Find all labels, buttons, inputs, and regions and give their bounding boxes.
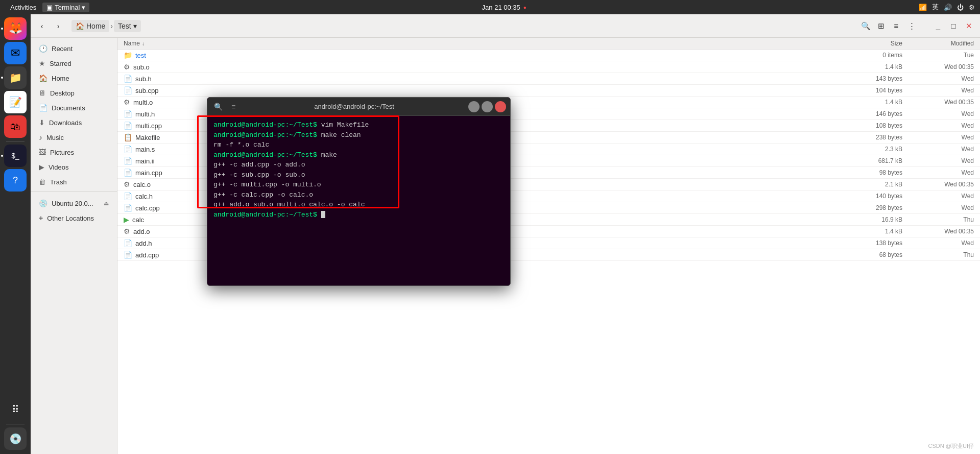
forward-button[interactable]: › [51, 19, 65, 33]
sidebar-item-trash[interactable]: 🗑 Trash [33, 175, 115, 189]
view-list-button[interactable]: ≡ [889, 19, 903, 33]
file-type-icon: 📄 [124, 192, 132, 200]
dock-icon-libreoffice[interactable]: 📝 [4, 91, 27, 113]
dock-icon-files[interactable]: 📁 [4, 66, 27, 89]
sidebar-label-documents: Documents [52, 104, 85, 112]
output-text: g++ -c sub.cpp -o sub.o [213, 171, 305, 179]
sidebar-item-desktop[interactable]: 🖥 Desktop [33, 86, 115, 100]
activities-button[interactable]: Activities [4, 4, 42, 11]
power-icon[interactable]: ⏻ [957, 4, 964, 11]
col-name-header[interactable]: Name ↓ [124, 40, 851, 47]
file-type-icon: 📄 [124, 169, 132, 177]
sidebar-item-videos[interactable]: ▶ Videos [33, 160, 115, 174]
file-modified: Wed [902, 240, 974, 247]
sort-arrow: ↓ [142, 41, 145, 46]
dock-icon-firefox[interactable]: 🦊 [4, 17, 27, 40]
file-type-icon: 📄 [124, 75, 132, 83]
table-row[interactable]: ⚙ sub.o 1.4 kB Wed 00:35 [117, 61, 980, 73]
sidebar-label-recent: Recent [52, 45, 73, 53]
file-size: 298 bytes [851, 204, 902, 211]
file-modified: Wed [902, 157, 974, 164]
col-size-header[interactable]: Size [851, 40, 902, 47]
sidebar-item-home[interactable]: 🏠 Home [33, 71, 115, 85]
file-type-icon: 📄 [124, 122, 132, 130]
trash-icon: 🗑 [39, 178, 46, 186]
terminal-line: android@android-pc:~/Test$ [213, 210, 504, 220]
sidebar-label-ubuntu: Ubuntu 20.0... [52, 200, 93, 207]
file-size: 140 bytes [851, 193, 902, 200]
file-name: ⚙ sub.o [124, 63, 851, 71]
file-label: calc.cpp [135, 204, 160, 212]
breadcrumb-home[interactable]: 🏠 Home [71, 20, 109, 32]
file-name: 📁 test [124, 51, 851, 59]
firefox-icon: 🦊 [9, 22, 22, 35]
search-button[interactable]: 🔍 [858, 19, 873, 33]
breadcrumb-home-label: Home [86, 22, 105, 30]
more-button[interactable]: ⋮ [904, 19, 919, 33]
table-row[interactable]: 📄 sub.cpp 104 bytes Wed [117, 85, 980, 97]
fl-header: Name ↓ Size Modified [117, 38, 980, 50]
col-modified-header[interactable]: Modified [902, 40, 974, 47]
sidebar-item-music[interactable]: ♪ Music [33, 130, 115, 145]
ubuntu-eject-icon[interactable]: ⏏ [104, 200, 109, 207]
file-type-icon: 📄 [124, 110, 132, 118]
file-type-icon: 📄 [124, 157, 132, 165]
sidebar-item-starred[interactable]: ★ Starred [33, 56, 115, 70]
file-size: 104 bytes [851, 87, 902, 94]
table-row[interactable]: 📁 test 0 items Tue [117, 50, 980, 61]
dock-icon-apps[interactable]: ⠿ [4, 398, 27, 421]
breadcrumb-folder[interactable]: Test ▾ [114, 20, 141, 32]
breadcrumb: 🏠 Home › Test ▾ [71, 20, 141, 32]
terminal-menu-button[interactable]: ≡ [227, 100, 240, 113]
dock-icon-appstore[interactable]: 🛍 [4, 115, 27, 138]
file-size: 16.9 kB [851, 216, 902, 223]
terminal-tab-arrow[interactable]: ▾ [82, 4, 85, 11]
terminal-close-button[interactable] [495, 101, 506, 112]
sidebar-item-documents[interactable]: 📄 Documents [33, 101, 115, 115]
terminal-line: g++ add.o sub.o multi.o calc.o -o calc [213, 200, 504, 210]
terminal-maximize-button[interactable] [482, 101, 493, 112]
network-icon[interactable]: 📶 [919, 4, 927, 11]
sidebar-item-recent[interactable]: 🕐 Recent [33, 41, 115, 56]
file-modified: Thu [902, 216, 974, 223]
view-grid-button[interactable]: ⊞ [874, 19, 888, 33]
file-type-icon: 📄 [124, 204, 132, 212]
file-modified: Wed [902, 75, 974, 82]
minimize-button[interactable]: _ [931, 19, 945, 33]
file-label: add.o [133, 228, 150, 235]
file-modified: Wed 00:35 [902, 228, 974, 235]
desktop-icon: 🖥 [39, 89, 46, 97]
dock-icon-terminal[interactable]: $_ [4, 145, 27, 167]
dock-icon-email[interactable]: ✉ [4, 42, 27, 64]
table-row[interactable]: 📄 sub.h 143 bytes Wed [117, 73, 980, 85]
terminal-minimize-button[interactable] [468, 101, 480, 112]
file-size: 2.3 kB [851, 146, 902, 153]
dock-icon-help[interactable]: ? [4, 169, 27, 192]
dock: 🦊 ✉ 📁 📝 🛍 $_ ? ⠿ 💿 [0, 14, 31, 454]
sidebar-label-other: Other Locations [47, 214, 94, 222]
maximize-button[interactable]: □ [946, 19, 961, 33]
documents-icon: 📄 [39, 104, 47, 112]
topbar: Activities ▣ Terminal ▾ Jan 21 00:35 ● 📶… [0, 0, 980, 14]
breadcrumb-folder-label: Test [118, 22, 131, 30]
audio-icon[interactable]: 🔊 [944, 4, 952, 11]
file-type-icon: ⚙ [124, 180, 130, 188]
file-modified: Wed [902, 122, 974, 129]
sidebar-item-pictures[interactable]: 🖼 Pictures [33, 145, 115, 159]
terminal-search-button[interactable]: 🔍 [211, 100, 225, 113]
file-label: calc [132, 216, 144, 224]
sidebar-label-downloads: Downloads [49, 119, 82, 127]
sidebar-item-downloads[interactable]: ⬇ Downloads [33, 115, 115, 130]
output-text: g++ -c multi.cpp -o multi.o [213, 181, 321, 188]
terminal-tab[interactable]: ▣ Terminal ▾ [42, 3, 89, 12]
sidebar-item-other[interactable]: + Other Locations [33, 211, 115, 225]
sidebar-item-ubuntu[interactable]: 💿 Ubuntu 20.0... ⏏ [33, 196, 115, 210]
lang-label[interactable]: 英 [932, 3, 939, 12]
file-label: sub.cpp [135, 87, 159, 94]
settings-icon[interactable]: ⚙ [969, 4, 975, 11]
dock-icon-dvd[interactable]: 💿 [4, 427, 27, 450]
close-button[interactable]: ✕ [962, 19, 976, 33]
back-button[interactable]: ‹ [35, 19, 49, 33]
file-type-icon: 📄 [124, 86, 132, 94]
home-icon: 🏠 [76, 22, 84, 30]
